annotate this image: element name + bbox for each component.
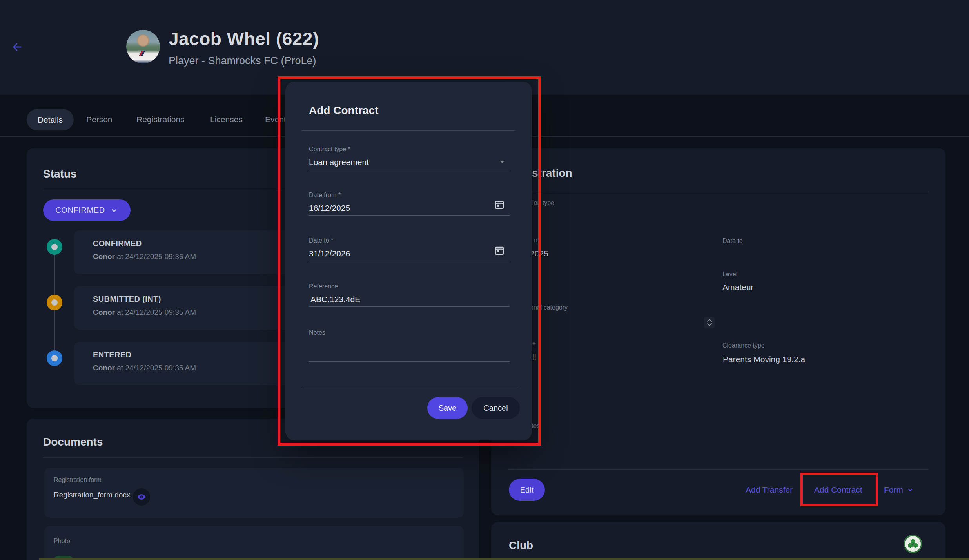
timeline-status: SUBMITTED (INT) — [93, 295, 161, 304]
timeline-meta: Conor at 24/12/2025 09:35 AM — [93, 364, 196, 372]
form-dropdown-link[interactable]: Form — [884, 485, 914, 495]
unfold-more-icon — [706, 318, 713, 327]
tab-label: Person — [86, 115, 113, 124]
category-label-fragment: onal category — [530, 304, 568, 311]
caret-down-icon[interactable] — [499, 159, 506, 165]
tab-label: Registrations — [136, 115, 185, 124]
reference-label: Reference — [309, 283, 338, 290]
edit-button[interactable]: Edit — [509, 479, 545, 501]
row4-label-fragment: e — [532, 340, 536, 347]
date-from-label-fragment: n — [534, 237, 537, 244]
document-filename: Registration_form.docx — [54, 491, 130, 499]
add-transfer-link[interactable]: Add Transfer — [746, 485, 793, 495]
timeline-meta-text: at 24/12/2025 09:36 AM — [115, 252, 196, 261]
timeline-meta-text: at 24/12/2025 09:35 AM — [115, 308, 196, 316]
notes-label: Notes — [309, 329, 325, 336]
documents-heading: Documents — [43, 436, 103, 448]
divider — [508, 469, 929, 470]
input-underline — [309, 215, 510, 216]
date-to-input[interactable]: 31/12/2026 — [309, 249, 350, 258]
tab-licenses[interactable]: Licenses — [210, 115, 243, 124]
form-dropdown-label: Form — [884, 485, 903, 495]
cancel-button-label: Cancel — [483, 404, 508, 413]
status-dropdown-label: CONFIRMED — [55, 206, 105, 215]
level-value: Amateur — [722, 283, 753, 292]
date-from-input[interactable]: 16/12/2025 — [309, 203, 350, 213]
chevron-down-icon — [110, 206, 118, 215]
contract-type-label: Contract type * — [309, 146, 350, 153]
divider — [302, 130, 515, 131]
chevron-down-icon — [906, 486, 914, 494]
category-stepper[interactable] — [704, 317, 715, 328]
input-underline — [309, 306, 510, 307]
date-to-label: Date to — [722, 237, 743, 245]
document-item-registration-form: Registration form Registration_form.docx — [44, 468, 464, 518]
date-from-label: Date from * — [309, 192, 341, 199]
eye-icon — [136, 492, 147, 502]
date-from-value-fragment: 2025 — [530, 249, 548, 258]
status-dropdown-button[interactable]: CONFIRMED — [43, 199, 131, 221]
arrow-left-icon — [12, 42, 23, 53]
date-to-label: Date to * — [309, 237, 333, 244]
page-header: Jacob Whel (622) Player - Shamrocks FC (… — [0, 0, 969, 95]
document-label: Registration form — [54, 477, 102, 484]
timeline-meta: Conor at 24/12/2025 09:36 AM — [93, 252, 196, 261]
calendar-icon[interactable] — [494, 199, 505, 210]
club-logo — [904, 535, 922, 553]
input-underline — [309, 261, 510, 261]
save-button-label: Save — [439, 404, 457, 413]
view-document-button[interactable] — [133, 488, 150, 506]
contract-type-select[interactable]: Loan agreement — [309, 158, 369, 167]
add-contract-label: Add Contract — [814, 485, 862, 495]
page-title: Jacob Whel (622) — [169, 28, 319, 49]
registration-heading-fragment: stration — [532, 167, 572, 179]
divider — [302, 388, 518, 388]
document-item-photo: Photo — [44, 526, 464, 560]
club-card: Club — [491, 522, 945, 560]
back-button[interactable] — [12, 42, 23, 53]
status-heading: Status — [43, 168, 77, 180]
avatar — [126, 30, 160, 63]
input-underline — [309, 361, 510, 362]
dialog-title: Add Contract — [309, 104, 378, 117]
divider — [43, 457, 463, 458]
notes-label-fragment: tes — [532, 422, 540, 430]
reference-input[interactable]: ABC.123.4dE — [310, 295, 360, 304]
timeline-user: Conor — [93, 364, 115, 372]
calendar-icon[interactable] — [494, 245, 505, 256]
bottom-window-edge — [39, 558, 969, 560]
timeline-dot-submitted — [47, 295, 62, 310]
row4-value-fragment: ll — [532, 352, 536, 362]
timeline-status: ENTERED — [93, 350, 131, 359]
document-label: Photo — [54, 538, 70, 545]
tab-label: Details — [38, 115, 63, 125]
timeline-dot-entered — [47, 350, 62, 366]
divider — [508, 192, 929, 192]
page-subtitle: Player - Shamrocks FC (ProLe) — [169, 55, 316, 67]
club-heading: Club — [509, 539, 533, 552]
clearance-type-label: Clearance type — [722, 342, 765, 349]
timeline-dot-confirmed — [47, 239, 62, 255]
registration-type-label-fragment: ion type — [532, 199, 554, 207]
timeline-user: Conor — [93, 252, 115, 261]
timeline-meta-text: at 24/12/2025 09:35 AM — [115, 364, 196, 372]
timeline-status: CONFIRMED — [93, 239, 142, 248]
tab-details[interactable]: Details — [27, 109, 74, 130]
registration-card: stration ion type n 2025 onal category e… — [491, 148, 945, 515]
clearance-type-value: Parents Moving 19.2.a — [723, 355, 805, 364]
timeline-user: Conor — [93, 308, 115, 316]
add-contract-link[interactable]: Add Contract — [814, 485, 862, 495]
edit-button-label: Edit — [520, 486, 533, 495]
level-label: Level — [722, 271, 737, 278]
tab-person[interactable]: Person — [86, 115, 113, 124]
player-profile-screen: Jacob Whel (622) Player - Shamrocks FC (… — [0, 0, 969, 560]
timeline-meta: Conor at 24/12/2025 09:35 AM — [93, 308, 196, 317]
cancel-button[interactable]: Cancel — [472, 397, 520, 419]
tab-label: Licenses — [210, 115, 243, 124]
add-contract-dialog: Add Contract Contract type * Loan agreem… — [285, 82, 532, 440]
save-button[interactable]: Save — [427, 397, 468, 419]
add-transfer-label: Add Transfer — [746, 485, 793, 495]
input-underline — [309, 170, 510, 170]
tab-registrations[interactable]: Registrations — [136, 115, 185, 124]
